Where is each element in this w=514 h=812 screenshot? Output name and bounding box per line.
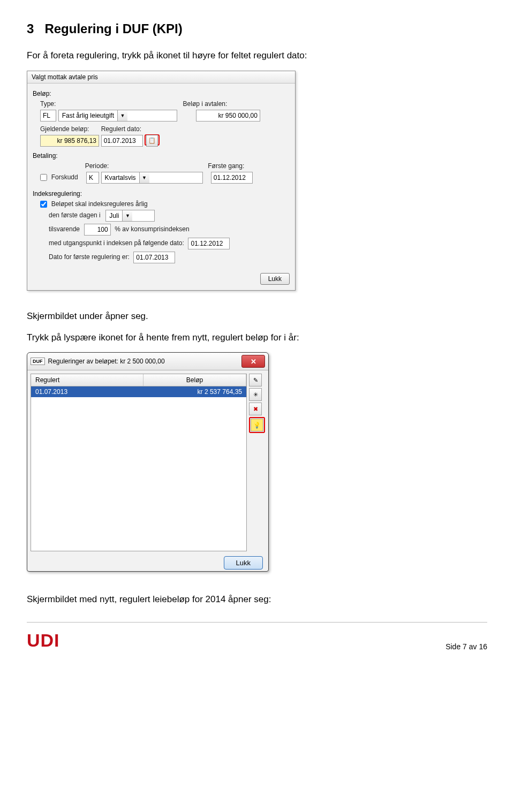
type-dropdown[interactable]: Fast årlig leieutgift ▼ bbox=[58, 110, 177, 122]
regulert-dato-field[interactable]: 01.07.2013 bbox=[101, 135, 143, 147]
indeksregulering-section-label: Indeksregulering: bbox=[33, 190, 290, 198]
periode-value: Kvartalsvis bbox=[102, 174, 139, 181]
periode-label: Periode: bbox=[85, 162, 206, 170]
type-code-field[interactable]: FL bbox=[40, 110, 56, 122]
indeks-checkbox[interactable] bbox=[40, 201, 47, 208]
lightbulb-icon[interactable]: 💡 bbox=[251, 419, 263, 431]
chevron-down-icon: ▼ bbox=[139, 172, 149, 183]
lukk-button[interactable]: Lukk bbox=[224, 556, 263, 570]
mid-paragraph-2: Trykk på lyspære ikonet for å hente frem… bbox=[27, 331, 487, 344]
duf-badge: DUF bbox=[31, 358, 45, 365]
mid-paragraph-1: Skjermbildet under åpner seg. bbox=[27, 310, 487, 323]
window-title: Valgt mottak avtale pris bbox=[27, 71, 295, 84]
intro-paragraph: For å foreta regulering, trykk på ikonet… bbox=[27, 49, 487, 62]
gjeldende-belop-field[interactable]: kr 985 876,13 bbox=[40, 135, 99, 147]
indeks-line1-prefix: den første dagen i bbox=[49, 211, 101, 219]
page-number: Side 7 av 16 bbox=[445, 642, 487, 651]
chevron-down-icon: ▼ bbox=[117, 110, 127, 121]
indeks-basis-date-field[interactable]: 01.12.2012 bbox=[188, 238, 230, 249]
highlight-box: 📋 bbox=[145, 134, 160, 146]
indeks-month-dropdown[interactable]: Juli ▼ bbox=[105, 210, 155, 222]
calendar-icon[interactable]: 📋 bbox=[146, 135, 158, 147]
section-heading: 3 Regulering i DUF (KPI) bbox=[27, 21, 487, 36]
delete-icon[interactable]: ✖ bbox=[249, 403, 262, 415]
close-icon: ✕ bbox=[251, 358, 256, 366]
cell-amount: kr 2 537 764,35 bbox=[143, 386, 246, 397]
belop-i-avtalen-field[interactable]: kr 950 000,00 bbox=[196, 110, 260, 122]
regulert-dato-label: Regulert dato: bbox=[101, 125, 141, 133]
chevron-down-icon: ▼ bbox=[122, 210, 132, 221]
reguleringer-dialog: DUF Reguleringer av beløpet: kr 2 500 00… bbox=[27, 352, 269, 572]
forskudd-label: Forskudd bbox=[51, 173, 78, 181]
gjeldende-belop-label: Gjeldende beløp: bbox=[40, 125, 99, 133]
betaling-section-label: Betaling: bbox=[33, 152, 290, 160]
dialog-titlebar: DUF Reguleringer av beløpet: kr 2 500 00… bbox=[27, 353, 268, 370]
indeks-percent-field[interactable]: 100 bbox=[84, 224, 111, 236]
forskudd-checkbox[interactable] bbox=[40, 174, 47, 181]
col-regulert[interactable]: Regulert bbox=[31, 374, 143, 386]
periode-code-field[interactable]: K bbox=[86, 172, 99, 184]
forste-gang-field[interactable]: 01.12.2012 bbox=[211, 172, 253, 184]
belop-i-avtalen-label: Beløp i avtalen: bbox=[183, 100, 228, 108]
lukk-button[interactable]: Lukk bbox=[260, 273, 290, 285]
type-label: Type: bbox=[40, 100, 56, 108]
reguleringer-table: Regulert Beløp 01.07.2013 kr 2 537 764,3… bbox=[31, 374, 247, 551]
indeks-first-reg-field[interactable]: 01.07.2013 bbox=[133, 252, 175, 263]
section-title: Regulering i DUF (KPI) bbox=[44, 21, 182, 36]
type-value: Fast årlig leieutgift bbox=[59, 112, 117, 119]
avtale-pris-window: Valgt mottak avtale pris Beløp: Type: Be… bbox=[27, 71, 296, 291]
new-icon[interactable]: ✳ bbox=[249, 388, 262, 401]
edit-icon[interactable]: ✎ bbox=[249, 374, 262, 386]
cell-date: 01.07.2013 bbox=[31, 386, 143, 397]
forste-gang-label: Første gang: bbox=[208, 162, 244, 170]
outro-paragraph: Skjermbildet med nytt, regulert leiebelø… bbox=[27, 593, 487, 606]
periode-dropdown[interactable]: Kvartalsvis ▼ bbox=[101, 172, 203, 184]
col-belop[interactable]: Beløp bbox=[143, 374, 246, 386]
table-row[interactable]: 01.07.2013 kr 2 537 764,35 bbox=[31, 386, 246, 397]
footer-rule bbox=[27, 622, 487, 623]
indeks-line4-prefix: Dato for første regulering er: bbox=[49, 253, 130, 261]
highlight-box: 💡 bbox=[249, 417, 265, 433]
indeks-line2-suffix: % av konsumprisindeksen bbox=[115, 225, 189, 233]
indeks-month-value: Juli bbox=[106, 212, 122, 219]
indeks-check-label: Beløpet skal indeksreguleres årlig bbox=[51, 200, 148, 208]
section-number: 3 bbox=[27, 21, 34, 36]
belop-section-label: Beløp: bbox=[33, 90, 290, 97]
close-button[interactable]: ✕ bbox=[241, 355, 265, 368]
indeks-line3-prefix: med utgangspunkt i indeksen på følgende … bbox=[49, 239, 184, 247]
dialog-title: Reguleringer av beløpet: kr 2 500 000,00 bbox=[48, 358, 165, 365]
udi-logo: UDI bbox=[27, 630, 60, 651]
indeks-line2-prefix: tilsvarende bbox=[49, 225, 80, 233]
